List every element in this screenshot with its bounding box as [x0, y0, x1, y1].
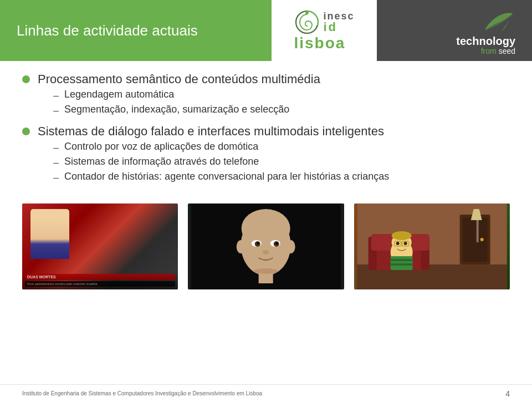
bullet-text-1: Processamento semântico de conteúdos mul…: [38, 72, 320, 86]
from-seed-line: from seed: [481, 47, 515, 55]
seed-label: seed: [499, 47, 515, 55]
sub-item-2-1: – Controlo por voz de aplicações de domó…: [53, 141, 389, 154]
inescid-logo: inesc id lisboa: [294, 9, 354, 52]
svg-rect-36: [390, 256, 412, 270]
image-face: [188, 203, 344, 289]
svg-point-30: [391, 231, 411, 240]
sub-items-1: – Legendagem automática – Segmentação, i…: [53, 89, 320, 116]
news-overlay: DUAS MORTES Dois palestinianos mortos pe…: [22, 203, 178, 289]
svg-point-5: [237, 240, 245, 253]
technology-label: technology: [456, 35, 515, 47]
svg-point-21: [480, 238, 483, 241]
sub-item-1-1: – Legendagem automática: [53, 89, 320, 101]
svg-rect-20: [462, 217, 487, 262]
header-title-section: Linhas de actividade actuais: [0, 0, 272, 61]
svg-rect-38: [390, 263, 412, 266]
spiral-icon: [294, 9, 320, 35]
image-cartoon: [354, 203, 510, 289]
sub-text-2-1: Controlo por voz de aplicações de domóti…: [64, 141, 258, 152]
header: Linhas de actividade actuais inesc id li…: [0, 0, 532, 61]
bullet-dot-1: [22, 75, 30, 83]
news-ticker: Dois palestinianos mortos pelo exército …: [25, 281, 175, 287]
sub-text-1-2: Segmentação, indexação, sumarização e se…: [64, 104, 289, 115]
svg-point-35: [403, 242, 407, 245]
svg-rect-22: [476, 220, 478, 242]
svg-point-4: [242, 209, 290, 248]
bullet-text-2: Sistemas de diálogo falado e interfaces …: [38, 124, 384, 138]
images-row: DUAS MORTES Dois palestinianos mortos pe…: [22, 203, 510, 289]
image-news: DUAS MORTES Dois palestinianos mortos pe…: [22, 203, 178, 289]
svg-point-1: [305, 11, 309, 14]
sub-item-2-2: – Sistemas de informação através do tele…: [53, 156, 389, 169]
svg-rect-37: [390, 259, 412, 261]
svg-point-12: [275, 242, 278, 245]
sub-items-2: – Controlo por voz de aplicações de domó…: [53, 141, 389, 184]
from-label: from: [481, 47, 497, 55]
sub-item-1-2: – Segmentação, indexação, sumarização e …: [53, 104, 320, 116]
slide-title: Linhas de actividade actuais: [17, 22, 198, 39]
footer: Instituto de Engenharia de Sistemas e Co…: [0, 384, 532, 402]
sub-item-2-3: – Contador de histórias: agente conversa…: [53, 171, 389, 184]
bullet-item-1: Processamento semântico de conteúdos mul…: [22, 72, 510, 120]
svg-point-13: [263, 250, 269, 255]
svg-point-15: [254, 268, 278, 274]
id-text: id: [323, 21, 354, 33]
logo-section: inesc id lisboa: [272, 0, 377, 61]
news-channel-bar: DUAS MORTES: [25, 274, 175, 280]
svg-point-34: [396, 242, 399, 245]
sub-text-1-1: Legendagem automática: [64, 89, 174, 100]
main-content: Processamento semântico de conteúdos mul…: [0, 61, 532, 197]
bullet-dot-2: [22, 128, 30, 135]
page-number: 4: [505, 389, 510, 398]
bullet-item-2: Sistemas de diálogo falado e interfaces …: [22, 124, 510, 187]
lisboa-text: lisboa: [294, 34, 345, 52]
cartoon-svg: [354, 203, 510, 289]
svg-point-6: [287, 240, 295, 253]
institute-text: Instituto de Engenharia de Sistemas e Co…: [22, 390, 262, 396]
sub-text-2-2: Sistemas de informação através do telefo…: [64, 156, 259, 167]
technology-section: technology from seed: [377, 0, 532, 61]
svg-point-11: [257, 242, 259, 245]
face-svg: [188, 203, 344, 289]
leaf-decoration-icon: [482, 11, 515, 33]
sub-text-2-3: Contador de histórias: agente conversaci…: [64, 171, 389, 182]
